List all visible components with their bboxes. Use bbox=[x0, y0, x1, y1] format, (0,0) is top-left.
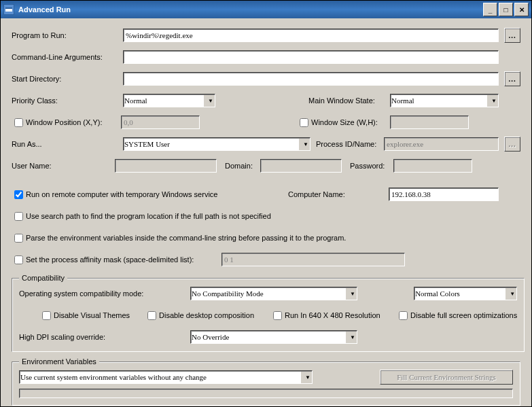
envmode-select[interactable]: Use current system environment variables… bbox=[19, 370, 313, 384]
program-browse-button[interactable]: ... bbox=[504, 28, 520, 43]
maximize-button[interactable]: □ bbox=[499, 3, 513, 16]
disfull-label: Disable full screen optimizations bbox=[410, 311, 517, 319]
affinity-checkbox[interactable] bbox=[14, 255, 23, 264]
disvis-checkbox[interactable] bbox=[42, 311, 51, 320]
runas-select[interactable]: SYSTEM User bbox=[123, 137, 311, 151]
disvis-label: Disable Visual Themes bbox=[54, 311, 147, 319]
parseenv-label: Parse the environment variables inside t… bbox=[26, 234, 346, 242]
startdir-label: Start Directory: bbox=[12, 75, 123, 83]
parseenv-checkbox[interactable] bbox=[14, 234, 23, 243]
mainwin-label: Main Window State: bbox=[308, 96, 390, 105]
run640-label: Run In 640 X 480 Resolution bbox=[285, 311, 399, 319]
searchpath-checkbox[interactable] bbox=[14, 212, 23, 221]
svg-rect-1 bbox=[5, 7, 12, 9]
close-window-button[interactable]: ✕ bbox=[514, 3, 529, 16]
domain-label: Domain: bbox=[225, 162, 260, 170]
username-input bbox=[115, 159, 217, 173]
envvars-legend: Environment Variables bbox=[19, 357, 99, 366]
domain-input bbox=[260, 159, 342, 173]
startdir-input[interactable] bbox=[123, 72, 499, 86]
minimize-button[interactable]: _ bbox=[483, 3, 497, 16]
winpos-checkbox[interactable] bbox=[14, 118, 23, 127]
compatibility-legend: Compatibility bbox=[19, 274, 67, 282]
run640-checkbox[interactable] bbox=[273, 311, 282, 320]
oscompat-select[interactable]: No Compatibility Mode bbox=[190, 287, 357, 300]
envvars-textarea bbox=[19, 389, 513, 398]
window-title: Advanced Run bbox=[18, 5, 483, 14]
hidpi-select[interactable]: No Override bbox=[190, 330, 357, 344]
program-label: Program to Run: bbox=[12, 31, 123, 39]
runas-label: Run As... bbox=[12, 140, 123, 148]
fillenv-button: Fill Current Environment Strings bbox=[380, 370, 513, 385]
procid-browse-button: ... bbox=[504, 137, 520, 152]
hidpi-label: High DPI scaling override: bbox=[19, 333, 190, 341]
winpos-input bbox=[121, 116, 200, 129]
affinity-label: Set the process affinity mask (space-del… bbox=[26, 255, 221, 264]
title-bar: Advanced Run _ □ ✕ bbox=[1, 1, 531, 18]
priority-label: Priority Class: bbox=[12, 96, 123, 105]
winsize-label: Window Size (W,H): bbox=[311, 118, 390, 126]
remote-label: Run on remote computer with temporary Wi… bbox=[26, 190, 217, 198]
searchpath-label: Use search path to find the program loca… bbox=[26, 212, 271, 220]
compname-input[interactable] bbox=[389, 188, 499, 201]
cmdline-input[interactable] bbox=[123, 50, 499, 64]
winsize-input bbox=[390, 116, 469, 129]
procid-label: Process ID/Name: bbox=[316, 140, 384, 148]
mainwin-select[interactable]: Normal bbox=[390, 94, 499, 107]
app-icon bbox=[3, 4, 14, 15]
envvars-group: Environment Variables Use current system… bbox=[12, 357, 520, 406]
password-input bbox=[393, 159, 472, 173]
disdesk-checkbox[interactable] bbox=[147, 311, 156, 320]
colors-select[interactable]: Normal Colors bbox=[414, 287, 517, 300]
priority-select[interactable]: Normal bbox=[123, 94, 215, 107]
procid-input bbox=[384, 137, 499, 151]
compname-label: Computer Name: bbox=[288, 190, 389, 198]
disfull-checkbox[interactable] bbox=[399, 311, 408, 320]
affinity-input bbox=[221, 253, 405, 266]
oscompat-label: Operating system compatibility mode: bbox=[19, 289, 190, 298]
startdir-browse-button[interactable]: ... bbox=[504, 71, 520, 86]
program-input[interactable] bbox=[123, 29, 499, 42]
disdesk-label: Disable desktop composition bbox=[159, 311, 273, 319]
username-label: User Name: bbox=[12, 162, 115, 170]
cmdline-label: Command-Line Arguments: bbox=[12, 53, 123, 61]
winsize-checkbox[interactable] bbox=[300, 118, 308, 127]
compatibility-group: Compatibility Operating system compatibi… bbox=[12, 274, 525, 352]
winpos-label: Window Position (X,Y): bbox=[26, 118, 121, 126]
remote-checkbox[interactable] bbox=[14, 190, 23, 199]
password-label: Password: bbox=[350, 162, 393, 170]
